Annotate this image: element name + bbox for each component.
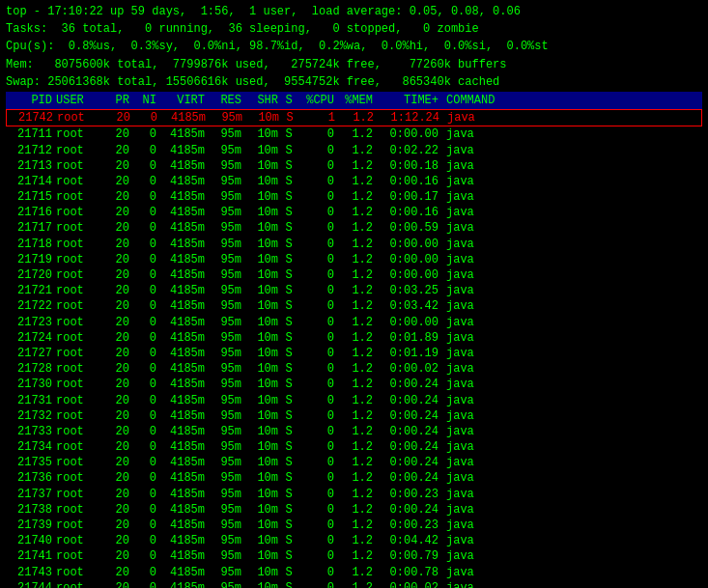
cell-ni: 0 bbox=[133, 548, 160, 564]
cell-time: 0:03.42 bbox=[377, 298, 442, 314]
cell-s: S bbox=[282, 126, 299, 142]
cell-cpu: 0 bbox=[299, 283, 338, 298]
cell-pid: 21724 bbox=[6, 330, 56, 346]
cell-pid: 21737 bbox=[6, 487, 56, 502]
cell-time: 0:01.89 bbox=[377, 330, 442, 346]
header-line5: Swap: 25061368k total, 15506616k used, 9… bbox=[6, 74, 702, 90]
cell-virt: 4185m bbox=[160, 580, 209, 588]
cell-shr: 10m bbox=[245, 330, 282, 346]
table-row: 21733 root 20 0 4185m 95m 10m S 0 1.2 0:… bbox=[6, 424, 702, 439]
cell-cmd: java bbox=[442, 346, 478, 361]
table-body: 21742 root 20 0 4185m 95m 10m S 1 1.2 1:… bbox=[6, 109, 702, 588]
cell-res: 95m bbox=[209, 548, 245, 564]
table-row: 21718 root 20 0 4185m 95m 10m S 0 1.2 0:… bbox=[6, 237, 702, 252]
cell-ni: 0 bbox=[133, 252, 160, 267]
cell-shr: 10m bbox=[245, 393, 282, 408]
cell-cmd: java bbox=[442, 439, 478, 455]
cell-shr: 10m bbox=[245, 252, 282, 267]
cell-pr: 20 bbox=[106, 487, 133, 502]
cell-mem: 1.2 bbox=[338, 455, 377, 470]
table-row: 21734 root 20 0 4185m 95m 10m S 0 1.2 0:… bbox=[6, 439, 702, 455]
table-row: 21728 root 20 0 4185m 95m 10m S 0 1.2 0:… bbox=[6, 361, 702, 377]
cell-res: 95m bbox=[209, 143, 245, 158]
cell-cmd: java bbox=[442, 424, 478, 439]
cell-ni: 0 bbox=[133, 283, 160, 298]
cell-mem: 1.2 bbox=[338, 346, 377, 361]
cell-pid: 21731 bbox=[6, 393, 56, 408]
cell-time: 0:00.02 bbox=[377, 361, 442, 377]
cell-s: S bbox=[282, 267, 299, 283]
cell-time: 0:00.16 bbox=[377, 174, 442, 189]
cell-user: root bbox=[56, 361, 106, 377]
cell-s: S bbox=[282, 487, 299, 502]
cell-mem: 1.2 bbox=[338, 330, 377, 346]
cell-s: S bbox=[282, 252, 299, 267]
cell-shr: 10m bbox=[245, 267, 282, 283]
cell-pid: 21712 bbox=[6, 143, 56, 158]
cell-cmd: java bbox=[442, 580, 478, 588]
cell-pr: 20 bbox=[106, 346, 133, 361]
cell-pid: 21741 bbox=[6, 548, 56, 564]
cell-res: 95m bbox=[209, 580, 245, 588]
cell-pr: 20 bbox=[106, 548, 133, 564]
cell-user: root bbox=[56, 548, 106, 564]
cell-cpu: 0 bbox=[299, 361, 338, 377]
cell-cmd: java bbox=[442, 283, 478, 298]
cell-user: root bbox=[56, 298, 106, 314]
cell-res: 95m bbox=[209, 158, 245, 174]
cell-cmd: java bbox=[442, 330, 478, 346]
cell-res: 95m bbox=[209, 487, 245, 502]
cell-time: 0:03.25 bbox=[377, 283, 442, 298]
cell-mem: 1.2 bbox=[338, 252, 377, 267]
cell-virt: 4185m bbox=[160, 439, 209, 455]
cell-virt: 4185m bbox=[160, 315, 209, 330]
cell-ni: 0 bbox=[133, 220, 160, 236]
cell-cmd: java bbox=[442, 298, 478, 314]
cell-virt: 4185m bbox=[160, 533, 209, 548]
cell-s: S bbox=[282, 174, 299, 189]
table-row: 21731 root 20 0 4185m 95m 10m S 0 1.2 0:… bbox=[6, 393, 702, 408]
cell-virt: 4185m bbox=[160, 470, 209, 486]
cell-user: root bbox=[56, 424, 106, 439]
cell-cmd: java bbox=[442, 174, 478, 189]
col-header-virt: VIRT bbox=[160, 93, 209, 108]
cell-time: 0:00.00 bbox=[377, 252, 442, 267]
cell-cpu: 0 bbox=[299, 408, 338, 424]
cell-time: 0:00.00 bbox=[377, 237, 442, 252]
cell-pr: 20 bbox=[106, 439, 133, 455]
table-row: 21719 root 20 0 4185m 95m 10m S 0 1.2 0:… bbox=[6, 252, 702, 267]
cell-s: S bbox=[282, 408, 299, 424]
cell-res: 95m bbox=[209, 470, 245, 486]
cell-shr: 10m bbox=[245, 548, 282, 564]
cell-ni: 0 bbox=[133, 439, 160, 455]
cell-mem: 1.2 bbox=[338, 580, 377, 588]
cell-shr: 10m bbox=[245, 189, 282, 205]
cell-pr: 20 bbox=[106, 377, 133, 392]
cell-s: S bbox=[282, 189, 299, 205]
cell-ni: 0 bbox=[133, 174, 160, 189]
cell-mem: 1.2 bbox=[339, 110, 378, 126]
cell-user: root bbox=[56, 408, 106, 424]
table-row: 21737 root 20 0 4185m 95m 10m S 0 1.2 0:… bbox=[6, 487, 702, 502]
cell-user: root bbox=[56, 330, 106, 346]
cell-s: S bbox=[282, 205, 299, 220]
cell-mem: 1.2 bbox=[338, 283, 377, 298]
cell-res: 95m bbox=[210, 110, 246, 126]
cell-pid: 21718 bbox=[6, 237, 56, 252]
cell-user: root bbox=[56, 393, 106, 408]
cell-s: S bbox=[282, 470, 299, 486]
cell-cpu: 0 bbox=[299, 424, 338, 439]
table-row: 21739 root 20 0 4185m 95m 10m S 0 1.2 0:… bbox=[6, 518, 702, 533]
cell-s: S bbox=[282, 439, 299, 455]
cell-pr: 20 bbox=[106, 361, 133, 377]
cell-time: 0:00.00 bbox=[377, 315, 442, 330]
cell-mem: 1.2 bbox=[338, 408, 377, 424]
cell-mem: 1.2 bbox=[338, 424, 377, 439]
cell-pr: 20 bbox=[106, 252, 133, 267]
cell-cpu: 0 bbox=[299, 455, 338, 470]
cell-user: root bbox=[56, 143, 106, 158]
cell-pr: 20 bbox=[106, 315, 133, 330]
cell-ni: 0 bbox=[133, 533, 160, 548]
table-row: 21715 root 20 0 4185m 95m 10m S 0 1.2 0:… bbox=[6, 189, 702, 205]
cell-virt: 4185m bbox=[160, 298, 209, 314]
